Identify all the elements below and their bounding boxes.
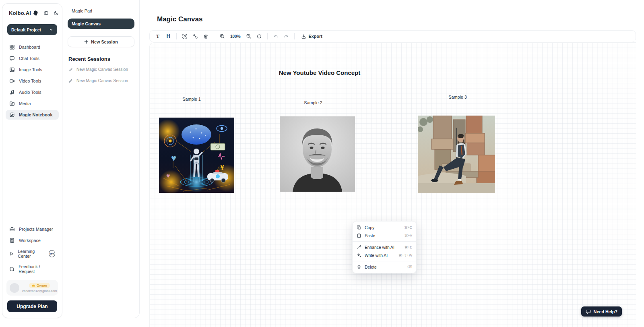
svg-text:♥: ♥ xyxy=(171,153,176,163)
magic-canvas-board[interactable]: New Youtube Video Concept Sample 1 Sampl… xyxy=(149,42,636,327)
sidebar-item-audio-tools[interactable]: Audio Tools xyxy=(6,87,59,97)
main-area: Magic Canvas T H 100% xyxy=(140,0,644,327)
delete-tool-button[interactable] xyxy=(201,32,211,41)
sidebar-item-label: Audio Tools xyxy=(19,90,41,95)
redo-button[interactable] xyxy=(281,32,291,41)
download-icon xyxy=(301,34,306,39)
recent-session-item[interactable]: New Magic Canvas Session xyxy=(63,75,139,86)
undo-button[interactable] xyxy=(271,32,281,41)
sidebar-item-projects-manager[interactable]: Projects Manager xyxy=(6,224,59,234)
context-menu-enhance-with-ai[interactable]: Enhance with AI ⌘+E xyxy=(353,243,416,251)
text-tool-button[interactable]: T xyxy=(153,32,163,41)
music-note-icon xyxy=(9,89,15,95)
new-session-label: New Session xyxy=(91,39,118,44)
context-menu-shortcut: ⌫ xyxy=(407,265,412,269)
context-menu-separator xyxy=(353,241,416,242)
reset-view-button[interactable] xyxy=(254,32,264,41)
context-menu-label: Copy xyxy=(365,226,401,230)
sidebar-item-label: Dashboard xyxy=(19,45,40,50)
context-menu-shortcut: ⌘+⇧+W xyxy=(398,253,412,257)
sidebar-item-label: Media xyxy=(19,101,31,106)
recent-session-item[interactable]: New Magic Canvas Session xyxy=(63,64,139,75)
sidebar-item-label: Magic Notebook xyxy=(19,112,52,117)
sidebar-item-video-tools[interactable]: Video Tools xyxy=(6,76,59,86)
upgrade-plan-button[interactable]: Upgrade Plan xyxy=(7,300,57,312)
sidebar-item-dashboard[interactable]: Dashboard xyxy=(6,42,59,52)
board-title[interactable]: New Youtube Video Concept xyxy=(277,69,362,76)
context-menu-copy[interactable]: Copy ⌘+C xyxy=(353,224,416,232)
secondary-nav: Projects Manager Workspace Learning Cent… xyxy=(2,219,62,276)
export-label: Export xyxy=(309,34,322,39)
recent-sessions-title: Recent Sessions xyxy=(63,47,139,64)
connector-tool-button[interactable] xyxy=(190,32,200,41)
ai-select-icon xyxy=(182,33,188,39)
chat-bubble-icon xyxy=(9,56,15,61)
undo-icon xyxy=(273,33,279,39)
sidebar-item-label: Feedback / Request xyxy=(19,264,55,274)
sidebar-item-magic-notebook[interactable]: Magic Notebook xyxy=(6,110,59,120)
new-session-button[interactable]: New Session xyxy=(68,36,134,47)
learning-progress-badge: 66% xyxy=(49,250,55,257)
sidebar-item-image-tools[interactable]: Image Tools xyxy=(6,65,59,75)
building-icon xyxy=(9,238,15,243)
sidebar-item-workspace[interactable]: Workspace xyxy=(6,236,59,245)
sparkles-icon xyxy=(357,253,361,258)
page-title: Magic Canvas xyxy=(157,15,202,23)
zoom-in-icon xyxy=(219,33,225,39)
svg-text:♥: ♥ xyxy=(166,172,170,179)
feedback-bubble-icon xyxy=(9,266,14,272)
sidebar-item-media[interactable]: Media xyxy=(6,99,59,108)
sample-3-image[interactable] xyxy=(418,116,495,193)
context-menu-paste[interactable]: Paste ⌘+V xyxy=(353,232,416,240)
sidebar-item-label: Workspace xyxy=(19,238,41,243)
svg-text:¥: ¥ xyxy=(220,164,224,172)
zoom-out-button[interactable] xyxy=(244,32,254,41)
sidebar-item-learning-center[interactable]: Learning Center 66% xyxy=(6,247,59,261)
trash-icon xyxy=(357,265,361,269)
zoom-in-button[interactable] xyxy=(217,32,227,41)
sample-1-label[interactable]: Sample 1 xyxy=(175,97,208,101)
main-nav: Dashboard Chat Tools Image Tools Video T… xyxy=(2,37,62,120)
context-menu-separator xyxy=(353,261,416,261)
heading-tool-button[interactable]: H xyxy=(163,32,173,41)
project-selector-label: Default Project xyxy=(11,27,41,32)
export-button[interactable]: Export xyxy=(298,32,326,41)
context-menu-label: Write with AI xyxy=(365,253,395,258)
context-menu-delete[interactable]: Delete ⌫ xyxy=(353,263,416,271)
pencil-icon xyxy=(68,78,73,83)
language-globe-icon[interactable] xyxy=(43,10,49,16)
dashboard-icon xyxy=(9,44,15,50)
connector-icon xyxy=(193,34,198,39)
tab-magic-canvas[interactable]: Magic Canvas xyxy=(68,19,134,29)
sample-1-image[interactable]: ♥ ♥ ¥ xyxy=(159,118,234,193)
recent-session-label: New Magic Canvas Session xyxy=(76,67,128,72)
sessions-panel: Magic Pad Magic Canvas New Session Recen… xyxy=(63,0,140,318)
context-menu-write-with-ai[interactable]: Write with AI ⌘+⇧+W xyxy=(353,251,416,259)
sample-2-image[interactable] xyxy=(280,116,355,192)
video-camera-icon xyxy=(9,78,15,84)
ai-select-button[interactable] xyxy=(180,32,190,41)
media-folder-icon xyxy=(9,101,15,106)
user-info: Owner zoharvan12@gmail.com xyxy=(22,283,57,293)
dark-mode-moon-icon[interactable] xyxy=(54,10,59,16)
avatar xyxy=(10,283,19,293)
app-logo: Kolbo.AI xyxy=(9,10,31,16)
sidebar-item-chat-tools[interactable]: Chat Tools xyxy=(6,54,59,63)
need-help-button[interactable]: Need Help? xyxy=(581,306,622,317)
recent-session-label: New Magic Canvas Session xyxy=(76,79,128,83)
sample-2-label[interactable]: Sample 2 xyxy=(297,100,329,105)
copy-icon xyxy=(357,225,361,230)
context-menu-label: Paste xyxy=(365,234,401,238)
play-icon xyxy=(9,251,14,257)
sidebar-item-feedback-request[interactable]: Feedback / Request xyxy=(6,262,59,276)
project-selector[interactable]: Default Project xyxy=(7,24,57,35)
canvas-toolbar: T H 100% Export xyxy=(149,30,636,42)
sidebar-item-label: Projects Manager xyxy=(19,227,53,232)
user-account-card[interactable]: Owner zoharvan12@gmail.com xyxy=(6,280,58,296)
chevron-down-icon xyxy=(49,28,53,32)
crown-icon xyxy=(32,284,35,287)
pencil-icon xyxy=(68,67,73,72)
user-email: zoharvan12@gmail.com xyxy=(22,289,57,293)
tab-magic-pad[interactable]: Magic Pad xyxy=(68,6,134,16)
sample-3-label[interactable]: Sample 3 xyxy=(442,95,474,99)
